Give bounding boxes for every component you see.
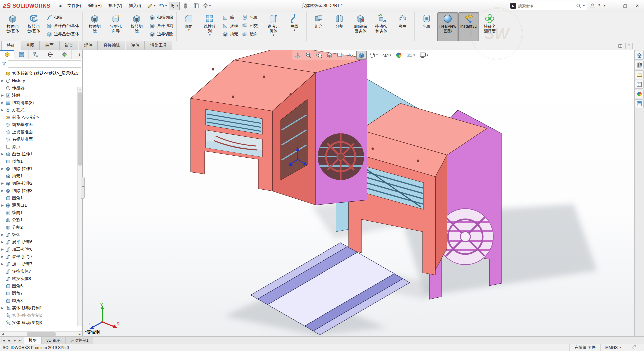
tab-sheet-metal[interactable]: 钣金: [59, 41, 78, 50]
expand-icon[interactable]: ▶: [1, 204, 4, 207]
displaymanager-tab[interactable]: [57, 50, 72, 59]
curves-button[interactable]: 曲线▼: [284, 12, 305, 41]
3d-drawing-view-button[interactable]: [335, 51, 345, 60]
wrap-2-button[interactable]: 包覆: [416, 12, 437, 41]
close-button[interactable]: ✕: [633, 2, 642, 10]
menu-item-2[interactable]: 视图(V): [105, 0, 126, 12]
sketch-button[interactable]: ▼: [146, 2, 157, 10]
expand-icon[interactable]: ▶: [1, 233, 4, 236]
draft-button[interactable]: 拔模: [220, 22, 240, 30]
tree-item[interactable]: ▶加工-折弯6: [1, 246, 78, 253]
lofted-boss-base-button[interactable]: 放样凸台/基体: [44, 22, 81, 30]
menu-item-3[interactable]: 插入(I): [125, 0, 144, 12]
scroll-right-icon[interactable]: ▶: [77, 333, 82, 336]
tree-item[interactable]: 材质 <未指定>: [1, 114, 78, 121]
undo-caret-icon[interactable]: ▼: [165, 4, 167, 7]
appearances-scenes-button[interactable]: [635, 90, 644, 98]
tree-item[interactable]: ▶切除-拉伸3: [1, 187, 78, 194]
tree-item[interactable]: 分割2: [1, 224, 78, 231]
filter-funnel-icon[interactable]: [1, 61, 6, 66]
swept-boss-base-button[interactable]: 扫描: [44, 13, 81, 22]
split-pane-icon[interactable]: [617, 43, 624, 49]
expand-icon[interactable]: ▶: [1, 240, 4, 244]
tree-item[interactable]: 分割1: [1, 216, 78, 224]
featuremanager-tab[interactable]: [0, 50, 14, 59]
expand-icon[interactable]: ▶: [1, 152, 4, 156]
expand-icon[interactable]: ▶: [1, 248, 4, 251]
tree-item[interactable]: ▶展平-折弯7: [1, 253, 78, 260]
task-pane-toggle-button[interactable]: [191, 2, 201, 10]
zoom-to-fit-button[interactable]: [293, 51, 303, 60]
tree-item[interactable]: ▶注解: [1, 92, 78, 99]
tree-item[interactable]: 转换实体8: [1, 275, 78, 282]
tree-item[interactable]: 实体-移动/复制3: [1, 319, 78, 326]
reference-geometry-caret-icon[interactable]: ▼: [272, 34, 275, 37]
tree-item[interactable]: 圆角7: [1, 290, 78, 297]
help-caret-icon[interactable]: ▼: [603, 4, 606, 7]
tab-render-tools[interactable]: 渲染工具: [145, 41, 172, 50]
tree-horizontal-scrollbar[interactable]: ◀ ▶: [0, 331, 82, 337]
expand-icon[interactable]: ▶: [1, 306, 4, 310]
tab-evaluate[interactable]: 评估: [126, 41, 145, 50]
first-tab-icon[interactable]: ❘◀: [0, 337, 6, 344]
previous-view-button[interactable]: [314, 51, 324, 60]
tree-root-item[interactable]: 实体转钣金 (默认<<默认>_显示状态: [1, 70, 78, 77]
tree-item[interactable]: 传感器: [1, 84, 78, 92]
configurationmanager-tab[interactable]: [29, 50, 43, 59]
hide-show-items-caret-icon[interactable]: ▼: [389, 54, 392, 57]
tree-item[interactable]: 圆角6: [1, 282, 78, 290]
revolved-boss-base-button[interactable]: 旋转凸 台/基体: [23, 12, 44, 41]
units-selector[interactable]: MMGS▲: [600, 344, 627, 351]
scroll-up-icon[interactable]: ▲: [78, 87, 82, 92]
expand-icon[interactable]: ▶: [1, 94, 4, 97]
tree-item[interactable]: ▶History: [1, 77, 78, 84]
options-button[interactable]: ▼: [202, 2, 212, 10]
tree-item[interactable]: 转换实体7: [1, 268, 78, 275]
tree-item[interactable]: 圆角8: [1, 297, 78, 304]
expand-icon[interactable]: ▶: [1, 255, 4, 258]
doc-tab-1[interactable]: 3D 视图: [42, 337, 66, 344]
realview-graphics-button[interactable]: RealView 图形: [437, 12, 458, 41]
expand-icon[interactable]: ▶: [1, 101, 4, 104]
select-button[interactable]: ▼: [169, 2, 180, 10]
tab-sketch[interactable]: 草图: [21, 41, 40, 50]
tree-item[interactable]: ▶切割清单(8): [1, 99, 78, 106]
tree-item[interactable]: 右视基准面: [1, 136, 78, 143]
boundary-boss-base-button[interactable]: 边界凸台/基体: [44, 30, 81, 38]
lofted-cut-button[interactable]: 放样切割: [147, 22, 175, 30]
search-input[interactable]: [517, 3, 575, 9]
expand-icon[interactable]: ▶: [1, 189, 4, 192]
panel-flyout-icon[interactable]: ❯: [76, 50, 82, 59]
body-magenta-panel-left[interactable]: [316, 58, 367, 205]
hide-show-items-button[interactable]: ▼: [380, 51, 393, 60]
graphics-area[interactable]: ▼▼▼▼ Y X Z *等轴测: [82, 50, 635, 337]
flex-button[interactable]: 弯曲: [392, 12, 413, 41]
tree-item[interactable]: 前视基准面: [1, 121, 78, 128]
expand-icon[interactable]: ▶: [1, 79, 4, 82]
filter-input[interactable]: [8, 60, 81, 68]
options-caret-icon[interactable]: ▼: [209, 4, 211, 7]
apply-scene-caret-icon[interactable]: ▼: [413, 54, 416, 57]
combine-button[interactable]: 组合: [308, 12, 329, 41]
menu-item-0[interactable]: 文件(F): [64, 0, 84, 12]
pin-commandmanager-icon[interactable]: [625, 43, 633, 49]
expand-icon[interactable]: ▶: [1, 167, 4, 170]
hole-wizard-button[interactable]: 异型孔 向导: [105, 12, 126, 41]
tree-item[interactable]: 倒角1: [1, 158, 78, 165]
select-caret-icon[interactable]: ▼: [176, 4, 179, 7]
shell-button[interactable]: 抽壳: [220, 30, 240, 38]
tree-item[interactable]: ▶切除-拉伸1: [1, 165, 78, 172]
last-tab-icon[interactable]: ▶❘: [18, 337, 24, 344]
section-view-button[interactable]: [324, 51, 335, 60]
menu-collapse-icon[interactable]: ◀: [56, 4, 64, 8]
view-settings-button[interactable]: ▼: [418, 51, 431, 60]
doc-tab-2[interactable]: 运动算例1: [66, 337, 94, 344]
split-button[interactable]: 分割: [329, 12, 350, 41]
tree-item[interactable]: ▶展平-折弯6: [1, 238, 78, 246]
linear-pattern-caret-icon[interactable]: ▼: [208, 34, 211, 37]
expand-icon[interactable]: ▶: [1, 108, 4, 112]
tag-icon[interactable]: [627, 344, 641, 351]
dynamic-annotation-views-button[interactable]: [346, 51, 356, 60]
reference-geometry-button[interactable]: 参考几 何体▼: [263, 12, 284, 41]
view-orientation-button[interactable]: [356, 51, 367, 60]
